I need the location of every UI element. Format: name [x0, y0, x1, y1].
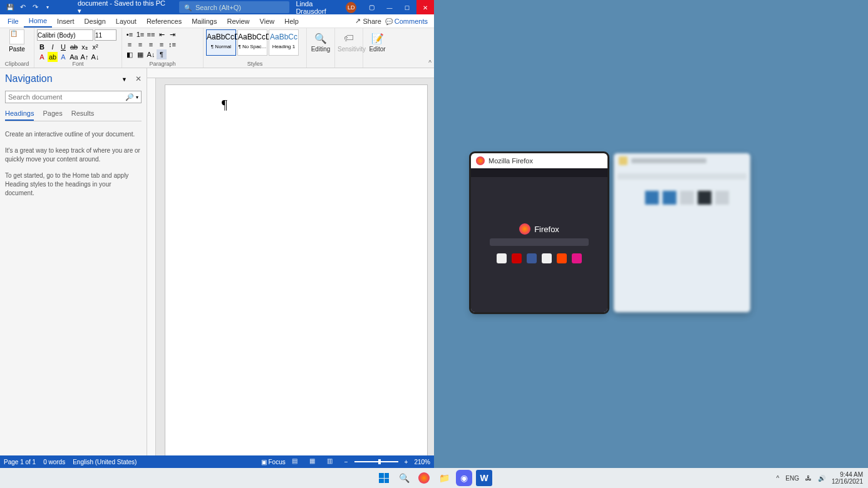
tab-review[interactable]: Review: [222, 16, 255, 27]
horizontal-ruler[interactable]: [147, 68, 434, 78]
search-box[interactable]: Search (Alt+Q): [179, 1, 289, 13]
firefox-logo-icon: [519, 223, 530, 235]
ribbon-group-editing[interactable]: 🔍 Editing: [307, 28, 335, 68]
collapse-ribbon-button[interactable]: [428, 59, 431, 66]
nav-close-button[interactable]: ✕: [135, 74, 142, 83]
underline-button[interactable]: U: [58, 42, 68, 52]
zoom-slider[interactable]: [354, 461, 398, 462]
vertical-ruler[interactable]: [147, 78, 156, 455]
align-left-button[interactable]: ≡: [125, 39, 135, 49]
show-marks-button[interactable]: ¶: [157, 49, 167, 59]
status-language[interactable]: English (United States): [73, 459, 137, 465]
firefox-brand-label: Firefox: [534, 225, 559, 234]
snap-thumb-firefox[interactable]: Mozilla Firefox Firefox: [471, 153, 607, 312]
taskbar-search-button[interactable]: 🔍: [396, 470, 412, 486]
tab-mailings[interactable]: Mailings: [187, 16, 222, 27]
web-layout-button[interactable]: ▥: [327, 457, 338, 466]
explorer-preview: [614, 168, 750, 312]
superscript-button[interactable]: x²: [90, 42, 100, 52]
zoom-out-button[interactable]: −: [344, 459, 348, 465]
paste-button[interactable]: 📋 Paste: [3, 29, 31, 53]
zoom-level[interactable]: 210%: [414, 459, 430, 465]
font-name-select[interactable]: [37, 29, 93, 41]
focus-mode-button[interactable]: ▣ Focus: [261, 459, 286, 465]
tab-file[interactable]: File: [3, 16, 24, 27]
zoom-thumb[interactable]: [378, 459, 381, 464]
tray-chevron-icon[interactable]: ^: [777, 475, 780, 482]
status-words[interactable]: 0 words: [43, 459, 65, 465]
nav-tab-headings[interactable]: Headings: [5, 109, 34, 121]
tray-language[interactable]: ENG: [785, 475, 799, 482]
styles-group-label: Styles: [204, 61, 306, 67]
tab-design[interactable]: Design: [80, 16, 111, 27]
shading-button[interactable]: ◧: [125, 49, 135, 59]
paragraph-group-label: Paragraph: [122, 61, 203, 67]
start-button[interactable]: [376, 470, 392, 486]
read-mode-button[interactable]: ▤: [292, 457, 303, 466]
tray-date: 12/16/2021: [832, 478, 863, 485]
minimize-button[interactable]: [381, 0, 398, 14]
taskbar-firefox[interactable]: [416, 470, 432, 486]
nav-search-input[interactable]: 🔎▾: [5, 91, 142, 103]
status-page[interactable]: Page 1 of 1: [4, 459, 36, 465]
close-icon: [423, 4, 428, 11]
tray-network-icon[interactable]: 🖧: [805, 475, 812, 482]
nav-search-field[interactable]: [8, 93, 125, 101]
tab-home[interactable]: Home: [24, 15, 52, 28]
tray-volume-icon[interactable]: 🔊: [818, 475, 825, 482]
comments-button[interactable]: Comments: [385, 17, 428, 25]
document-page[interactable]: ¶: [165, 84, 428, 455]
decrease-indent-button[interactable]: ⇤: [157, 29, 167, 39]
tab-help[interactable]: Help: [279, 16, 304, 27]
ribbon-display-button[interactable]: ▢: [363, 0, 380, 14]
tab-view[interactable]: View: [255, 16, 280, 27]
nav-options-button[interactable]: ▼: [121, 76, 127, 83]
tray-clock[interactable]: 9:44 AM 12/16/2021: [832, 471, 863, 485]
nav-tab-pages[interactable]: Pages: [43, 109, 62, 121]
justify-button[interactable]: ≡: [157, 39, 167, 49]
save-icon[interactable]: [5, 3, 15, 13]
print-layout-button[interactable]: ▦: [309, 457, 321, 466]
share-button[interactable]: Share: [355, 17, 381, 25]
snap-thumb-explorer[interactable]: [614, 153, 750, 312]
taskbar-explorer[interactable]: 📁: [436, 470, 452, 486]
maximize-button[interactable]: [398, 0, 416, 14]
numbering-button[interactable]: 1≡: [135, 29, 145, 39]
style-no-spacing[interactable]: AaBbCcDd ¶ No Spac…: [237, 29, 267, 56]
multilevel-button[interactable]: ≡≡: [146, 29, 156, 39]
taskbar-word[interactable]: W: [476, 470, 492, 486]
close-button[interactable]: [416, 0, 434, 14]
style-heading-1[interactable]: AaBbCc Heading 1: [269, 29, 299, 56]
subscript-button[interactable]: x₂: [80, 42, 90, 52]
maximize-icon: [405, 4, 410, 11]
align-center-button[interactable]: ≡: [135, 39, 145, 49]
borders-button[interactable]: ▦: [135, 49, 145, 59]
align-right-button[interactable]: ≡: [146, 39, 156, 49]
style-normal[interactable]: AaBbCcDd ¶ Normal: [206, 29, 236, 56]
tab-references[interactable]: References: [142, 16, 187, 27]
nav-tab-results[interactable]: Results: [71, 109, 95, 121]
increase-indent-button[interactable]: ⇥: [167, 29, 177, 39]
document-title[interactable]: document - Saved to this PC ▾: [78, 0, 167, 15]
tab-insert[interactable]: Insert: [52, 16, 80, 27]
zoom-in-button[interactable]: +: [405, 459, 408, 465]
font-size-select[interactable]: [95, 29, 116, 41]
ribbon-group-editor[interactable]: 📝 Editor: [363, 28, 391, 68]
undo-icon[interactable]: [18, 3, 28, 13]
bullets-button[interactable]: •≡: [125, 29, 135, 39]
italic-button[interactable]: I: [48, 42, 58, 52]
sort-button[interactable]: A↓: [146, 49, 156, 59]
document-scroll[interactable]: ¶: [147, 78, 434, 455]
tab-layout[interactable]: Layout: [111, 16, 142, 27]
qat-customize-icon[interactable]: [43, 3, 53, 13]
bold-button[interactable]: B: [37, 42, 47, 52]
strike-button[interactable]: ab: [69, 42, 79, 52]
taskbar-discord[interactable]: ◉: [456, 470, 472, 486]
line-spacing-button[interactable]: ↕≡: [167, 39, 177, 49]
ribbon-group-paragraph: •≡ 1≡ ≡≡ ⇤ ⇥ ≡ ≡ ≡ ≡ ↕≡ ◧ ▦ A↓ ¶ Paragra…: [122, 28, 204, 68]
search-placeholder: Search (Alt+Q): [195, 4, 241, 11]
user-account[interactable]: Linda Drausdorf LD: [289, 0, 363, 15]
file-thumb: [663, 191, 676, 205]
redo-icon[interactable]: [30, 3, 40, 13]
user-avatar: LD: [346, 2, 356, 13]
